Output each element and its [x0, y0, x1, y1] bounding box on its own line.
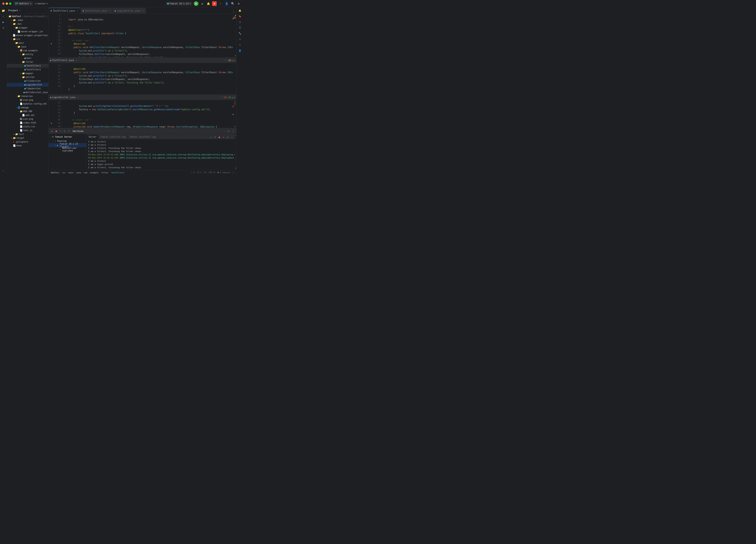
close-testfilter2-section[interactable]: ✕: [75, 59, 78, 62]
user-icon[interactable]: 👤: [224, 1, 229, 6]
tree-item-fileservlet[interactable]: ● FileServlet: [7, 79, 48, 83]
log-content[interactable]: I am a filter1 I am a filter2 I am a fil…: [87, 139, 235, 170]
tree-item-gitignore[interactable]: ⊘ .gitignore: [7, 140, 48, 144]
tree-item-mybatis-config[interactable]: 📄 mybatis-config.xml: [7, 102, 48, 106]
tree-item-style-css[interactable]: 📄 style.css: [7, 125, 48, 128]
svc-item-webtest-artifact[interactable]: ✓ WebTest:war exploded: [49, 147, 86, 151]
sidebar-icon-run[interactable]: ▶: [1, 19, 6, 25]
breadcrumb-main[interactable]: main: [68, 171, 73, 174]
log-scroll-down-icon[interactable]: ▼: [235, 167, 236, 169]
code-body-testfilter1[interactable]: import java.io.IOException; new * @WebFi…: [62, 14, 233, 57]
close-testfilter1-tab[interactable]: ✕: [76, 10, 79, 12]
log-clear-button[interactable]: ⌫: [222, 135, 225, 139]
loginservlet-up-arrow[interactable]: ▲: [232, 96, 233, 98]
tree-item-maven-wrapper-jar[interactable]: 📄 maven-wrapper.jar: [7, 30, 48, 33]
run-button[interactable]: ▶: [194, 1, 198, 6]
log-scroll-up-icon[interactable]: ▲: [235, 134, 236, 136]
breadcrumb-src[interactable]: src: [62, 171, 66, 174]
tree-item-entity[interactable]: ▾ 📁 entity: [7, 52, 48, 56]
breadcrumb-webtest[interactable]: WebTest: [51, 171, 59, 174]
loginservlet-down-arrow[interactable]: ▼: [234, 96, 235, 98]
tree-item-target[interactable]: ▶ 📁 target: [7, 136, 48, 140]
tree-item-root[interactable]: ▾ 📁 WebTest ~/Desktop/CS/JavaEE/1 JavaWe…: [7, 14, 48, 18]
project-selector[interactable]: IT WebTest ▾: [14, 2, 33, 6]
log-refresh-button[interactable]: ⟳: [213, 135, 217, 139]
services-filter-button[interactable]: ▽: [59, 129, 62, 133]
tree-item-loginservlet[interactable]: ● LoginServlet: [7, 83, 48, 87]
right-icon-bookmark[interactable]: 🔖: [237, 14, 243, 19]
services-config-button[interactable]: ⚙: [63, 129, 67, 133]
log-tab-catalina[interactable]: Tomcat Catalina Log: [99, 135, 128, 139]
breadcrumb-testfilter1[interactable]: TestFilter1: [111, 171, 124, 174]
tree-item-webinf[interactable]: ▾ 📁 WEB-INF: [7, 109, 48, 113]
breadcrumb-java[interactable]: java: [76, 171, 81, 174]
services-more-button[interactable]: ⋮: [231, 129, 235, 133]
sidebar-icon-more[interactable]: ⋯: [1, 168, 6, 173]
tree-item-webapp-icon[interactable]: 🖼 icon.png: [7, 117, 48, 121]
tree-item-test[interactable]: ▶ 📁 test: [7, 132, 48, 136]
testfilter2-down-arrow[interactable]: ▼: [234, 59, 235, 61]
right-icon-plugin[interactable]: ⬡: [237, 19, 243, 25]
services-stop-button[interactable]: ■: [54, 129, 58, 133]
tree-item-resources[interactable]: ▾ 📁 resources: [7, 94, 48, 98]
tab-testfilter2[interactable]: ● TestFilter2.java ✕: [81, 8, 113, 13]
breadcrumb-example[interactable]: example: [90, 171, 98, 174]
log-tab-localhost[interactable]: Tomcat Localhost Log: [128, 135, 158, 139]
tree-item-icon-png[interactable]: 🖼 icon.png: [7, 98, 48, 102]
tree-item-mvn[interactable]: ▾ 📁 .mvn: [7, 22, 48, 26]
tree-item-testfilter2[interactable]: ● TestFilter2: [7, 68, 48, 71]
right-icon-gradle[interactable]: 🔧: [237, 31, 243, 36]
close-testfilter2-tab[interactable]: ✕: [108, 10, 111, 12]
tree-item-main[interactable]: ▾ 📁 main: [7, 41, 48, 45]
code-body-testfilter2[interactable]: @Override public void doFilter(ServletRe…: [62, 63, 233, 94]
log-stop-button[interactable]: ■: [217, 135, 221, 139]
sidebar-icon-vcs[interactable]: ⬆: [1, 14, 6, 19]
search-button[interactable]: 🔍: [230, 1, 235, 6]
tree-item-idea[interactable]: ▶ 📁 .idea: [7, 18, 48, 22]
log-scrollbar[interactable]: ▲ ▼: [235, 134, 236, 170]
sidebar-icon-structure[interactable]: ⊞: [1, 25, 6, 30]
tree-item-servlet[interactable]: ▾ 📁 servlet: [7, 75, 48, 79]
status-position[interactable]: 8:1: [197, 171, 201, 174]
tree-item-user[interactable]: ● User: [7, 56, 48, 60]
right-icon-notifications[interactable]: 🔔: [237, 8, 243, 13]
minimize-button[interactable]: [6, 2, 8, 5]
log-tab-server[interactable]: Server: [87, 135, 99, 139]
loginservlet-more-icon[interactable]: ⋮: [220, 96, 222, 99]
close-button[interactable]: [2, 2, 5, 5]
testfilter2-up-arrow[interactable]: ▲: [232, 59, 233, 61]
close-loginservlet-tab[interactable]: ✕: [141, 10, 144, 12]
close-loginservlet-section[interactable]: ✕: [77, 96, 79, 99]
log-settings-button[interactable]: ⚙: [226, 135, 230, 139]
tree-item-maven-wrapper-props[interactable]: 📄 maven-wrapper.properties: [7, 33, 48, 37]
services-expand-button[interactable]: ⤢: [227, 129, 230, 133]
tree-item-src[interactable]: ▾ 📁 src: [7, 37, 48, 41]
tree-item-timeservlet[interactable]: ● TimeServlet: [7, 87, 48, 90]
testfilter2-more-icon[interactable]: ⋮: [224, 59, 227, 62]
tab-loginservlet[interactable]: ● LoginServlet.java ✕: [113, 8, 146, 13]
right-icon-settings-right[interactable]: ⚙: [237, 42, 243, 48]
tab-testfilter1[interactable]: ● TestFilter1.java ✕: [49, 8, 81, 13]
notification-button[interactable]: 🔔: [206, 1, 211, 6]
svc-item-tomcat-server[interactable]: ▾ Tomcat Server: [49, 135, 86, 139]
log-more-button[interactable]: ⋮: [230, 135, 234, 139]
tree-item-testfilter1[interactable]: ● TestFilter1: [7, 64, 48, 68]
tree-item-filter[interactable]: ▾ 📁 filter: [7, 60, 48, 64]
right-icon-maven[interactable]: m: [237, 36, 243, 42]
tree-item-helloservlet[interactable]: ● HelloServlet.java: [7, 90, 48, 94]
stop-button[interactable]: ■: [212, 1, 217, 6]
sidebar-icon-project[interactable]: 📁: [1, 8, 6, 13]
services-add-button[interactable]: +: [67, 129, 71, 133]
status-indent[interactable]: 4 spaces: [220, 171, 230, 174]
branch-selector[interactable]: ⎇ master ▾: [34, 2, 48, 5]
tree-item-mvnw[interactable]: 📄 mvnw: [7, 144, 48, 147]
tree-item-wrapper[interactable]: ▾ 📁 wrapper: [7, 26, 48, 30]
more-options-button[interactable]: ⋮: [218, 1, 223, 6]
tree-item-com-example[interactable]: ▾ 📦 com.example: [7, 49, 48, 52]
right-icon-person[interactable]: 👤: [237, 48, 243, 53]
breadcrumb-com[interactable]: com: [84, 171, 87, 174]
log-restart-button[interactable]: ↺: [209, 135, 213, 139]
tree-item-webapp[interactable]: ▾ 🌐 webapp: [7, 106, 48, 109]
tomcat-selector[interactable]: Tomcat 10.1.23 ▾: [166, 2, 192, 5]
maximize-button[interactable]: [9, 2, 11, 5]
